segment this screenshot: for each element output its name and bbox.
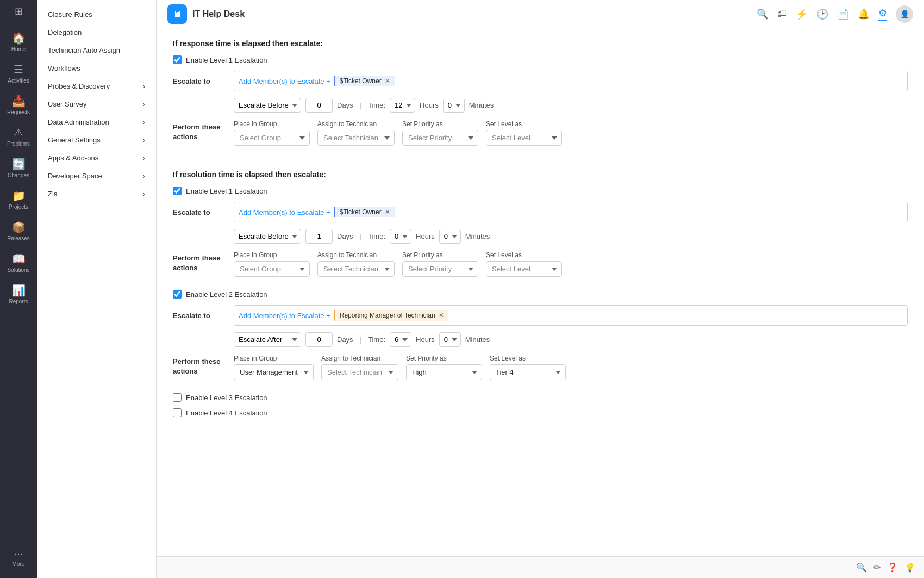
- resolution-level1-escalate-input[interactable]: Add Member(s) to Escalate + $Ticket Owne…: [234, 202, 908, 222]
- resolution-level1-minutes-select[interactable]: 0: [439, 229, 461, 244]
- resolution-level2-days-input[interactable]: [305, 332, 333, 347]
- response-level1-days-input[interactable]: [305, 98, 333, 113]
- response-level1-tag-close[interactable]: ✕: [385, 77, 390, 85]
- resolution-level2-add-member-btn[interactable]: Add Member(s) to Escalate +: [239, 312, 330, 320]
- resolution-level2-escalate-input[interactable]: Add Member(s) to Escalate + Reporting Ma…: [234, 305, 908, 326]
- response-level1-add-member-btn[interactable]: Add Member(s) to Escalate +: [239, 77, 330, 85]
- resolution-level2-group-select[interactable]: User Management: [234, 364, 314, 380]
- sidebar-item-zia[interactable]: Zia ›: [37, 185, 156, 203]
- resolution-level2-level-select[interactable]: Tier 4: [490, 364, 566, 380]
- nav-problems[interactable]: ⚠ Problems: [0, 121, 37, 152]
- response-level1-escalate-input[interactable]: Add Member(s) to Escalate + $Ticket Owne…: [234, 71, 908, 91]
- nav-changes-label: Changes: [8, 172, 29, 178]
- resolution-level1-days-input[interactable]: [305, 229, 333, 244]
- sidebar-item-apps[interactable]: Apps & Add-ons ›: [37, 149, 156, 167]
- response-level1-group-select[interactable]: Select Group: [234, 130, 310, 146]
- resolution-level1-actions-fields: Place in Group Select Group Assign to Te…: [234, 251, 562, 277]
- nav-solutions[interactable]: 📖 Solutions: [0, 247, 37, 278]
- resolution-level2-timing-row: Escalate After Escalate Before Days | Ti…: [173, 332, 908, 347]
- nav-releases[interactable]: 📦 Releases: [0, 215, 37, 247]
- sidebar-item-general-settings[interactable]: General Settings ›: [37, 131, 156, 149]
- topbar: 🖥 IT Help Desk 🔍 🏷 ⚡ 🕑 📄 🔔 ⚙ 👤: [157, 0, 924, 28]
- resolution-level1-tag: $Ticket Owner ✕: [334, 207, 395, 217]
- resolution-level1-tech-select[interactable]: Select Technician: [317, 261, 395, 277]
- history-icon[interactable]: 🕑: [816, 8, 828, 20]
- sidebar-item-data-admin[interactable]: Data Administration ›: [37, 113, 156, 131]
- zoom-icon[interactable]: 🔍: [856, 562, 867, 573]
- response-level1-minutes-select[interactable]: 0: [443, 98, 465, 113]
- resolution-level1-add-member-btn[interactable]: Add Member(s) to Escalate +: [239, 208, 330, 216]
- nav-reports[interactable]: 📊 Reports: [0, 278, 37, 310]
- nav-changes[interactable]: 🔄 Changes: [0, 152, 37, 184]
- timing-divider: |: [360, 101, 361, 109]
- resolution-level1-before-after-select[interactable]: Escalate Before Escalate After: [234, 229, 301, 244]
- resolution-level2-tech-select[interactable]: Select Technician: [321, 364, 398, 380]
- response-level1-tag: $Ticket Owner ✕: [334, 76, 395, 86]
- resolution-level2-escalate-label: Escalate to: [173, 312, 227, 320]
- response-level1-level-select[interactable]: Select Level: [486, 130, 562, 146]
- sidebar-item-technician-auto-assign[interactable]: Technician Auto Assign: [37, 41, 156, 59]
- resolution-level1-group-select[interactable]: Select Group: [234, 261, 310, 277]
- sidebar-item-delegation[interactable]: Delegation: [37, 23, 156, 41]
- changes-icon: 🔄: [12, 158, 26, 171]
- resolution-level2-tag-close[interactable]: ✕: [439, 312, 444, 319]
- nav-requests[interactable]: 📥 Requests: [0, 89, 37, 121]
- section-separator: [173, 159, 908, 159]
- edit-icon[interactable]: ✏: [873, 562, 881, 573]
- nav-more[interactable]: ··· More: [0, 542, 37, 573]
- resolution-level1-hours-select[interactable]: 0: [390, 229, 411, 244]
- response-level1-before-after-select[interactable]: Escalate Before Escalate After: [234, 98, 301, 113]
- resolution-level1-priority-select[interactable]: Select Priority: [402, 261, 478, 277]
- response-level1-group-label: Place in Group: [234, 120, 310, 128]
- resolution-level1-checkbox[interactable]: [173, 187, 182, 195]
- resolution-level2-minutes-select[interactable]: 0: [439, 332, 461, 347]
- lightning-icon[interactable]: ⚡: [796, 8, 808, 20]
- lightbulb-icon[interactable]: 💡: [904, 562, 915, 573]
- resolution-level3-checkbox[interactable]: [173, 393, 182, 402]
- timing-divider2: |: [360, 232, 361, 240]
- chevron-right-icon: ›: [143, 118, 145, 126]
- resolution-level2-priority-select[interactable]: High: [406, 364, 482, 380]
- avatar[interactable]: 👤: [896, 5, 913, 23]
- activities-icon: ☰: [14, 63, 23, 76]
- projects-icon: 📁: [12, 189, 26, 202]
- sidebar-item-developer-space[interactable]: Developer Space ›: [37, 167, 156, 185]
- tag-icon[interactable]: 🏷: [777, 8, 787, 20]
- resolution-level2-checkbox[interactable]: [173, 290, 182, 299]
- resolution-level1-level-select[interactable]: Select Level: [486, 261, 562, 277]
- resolution-level1-level-field: Set Level as Select Level: [486, 251, 562, 277]
- response-level1-priority-field: Set Priority as Select Priority: [402, 120, 478, 146]
- resolution-level1-timing-row: Escalate Before Escalate After Days | Ti…: [173, 229, 908, 244]
- sidebar-item-probes[interactable]: Probes & Discovery ›: [37, 77, 156, 95]
- timing-divider3: |: [360, 335, 361, 344]
- sidebar-item-user-survey[interactable]: User Survey ›: [37, 95, 156, 113]
- response-level1-tech-select[interactable]: Select Technician: [317, 130, 395, 146]
- nav-activities[interactable]: ☰ Activities: [0, 58, 37, 89]
- resolution-level2-hours-select[interactable]: 6: [390, 332, 411, 347]
- sidebar-item-workflows[interactable]: Workflows: [37, 59, 156, 77]
- resolution-level4-checkbox[interactable]: [173, 408, 182, 417]
- help-icon[interactable]: ❓: [887, 562, 898, 573]
- response-level1-checkbox[interactable]: [173, 55, 182, 64]
- main-area: 🖥 IT Help Desk 🔍 🏷 ⚡ 🕑 📄 🔔 ⚙ 👤 If respon…: [157, 0, 924, 578]
- resolution-level1-enable-row: Enable Level 1 Escalation: [173, 187, 908, 195]
- response-level1-label: Enable Level 1 Escalation: [186, 56, 267, 64]
- sidebar-item-closure-rules[interactable]: Closure Rules: [37, 5, 156, 23]
- document-icon[interactable]: 📄: [837, 8, 849, 20]
- response-level1-hours-select[interactable]: 12: [390, 98, 415, 113]
- resolution-level2-before-after-select[interactable]: Escalate After Escalate Before: [234, 332, 301, 347]
- grid-icon[interactable]: ⊞: [15, 5, 23, 17]
- nav-solutions-label: Solutions: [7, 267, 29, 273]
- resolution-level1-tag-close[interactable]: ✕: [385, 208, 390, 216]
- nav-projects[interactable]: 📁 Projects: [0, 184, 37, 215]
- search-icon[interactable]: 🔍: [757, 8, 769, 20]
- settings-icon[interactable]: ⚙: [878, 7, 887, 21]
- bell-icon[interactable]: 🔔: [858, 8, 870, 20]
- response-level1-level-field: Set Level as Select Level: [486, 120, 562, 146]
- response-level1-priority-select[interactable]: Select Priority: [402, 130, 478, 146]
- nav-home[interactable]: 🏠 Home: [0, 26, 37, 58]
- nav-activities-label: Activities: [8, 78, 29, 84]
- response-time-section: If response time is elapsed then escalat…: [173, 39, 908, 146]
- response-level1-priority-label: Set Priority as: [402, 120, 478, 128]
- response-level1-actions-fields: Place in Group Select Group Assign to Te…: [234, 120, 562, 146]
